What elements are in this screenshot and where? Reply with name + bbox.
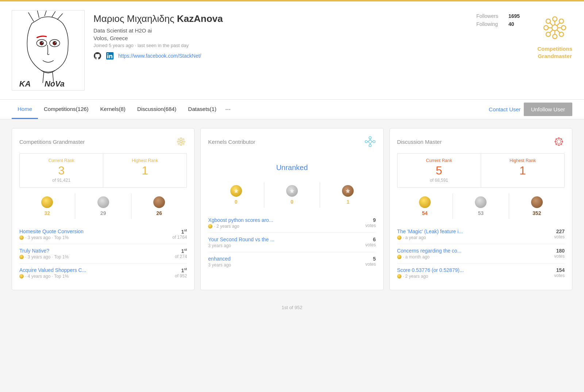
svg-point-38 bbox=[178, 139, 180, 140]
svg-point-62 bbox=[557, 140, 561, 144]
comp-medal-icon bbox=[19, 274, 24, 278]
competitions-rank-section: Current Rank 3 of 91,421 Highest Rank 1 bbox=[19, 153, 187, 188]
discussion-votes: 154 bbox=[554, 267, 565, 273]
kernel-meta: 3 years ago bbox=[208, 243, 365, 248]
bronze-medal-count: 26 bbox=[156, 210, 162, 216]
svg-line-49 bbox=[182, 142, 183, 143]
nav-tabs: Home Competitions(126) Kernels(8) Discus… bbox=[0, 100, 584, 119]
tab-competitions[interactable]: Competitions(126) bbox=[38, 100, 95, 119]
kernel-meta: 3 years ago bbox=[208, 262, 365, 268]
kernel-title[interactable]: enhanced bbox=[208, 256, 365, 262]
disc-bronze-count: 352 bbox=[533, 210, 541, 216]
kernels-card-header: Kernels Contributor bbox=[208, 136, 376, 147]
kernel-title[interactable]: Xgboost python scores aro... bbox=[208, 217, 365, 223]
svg-point-17 bbox=[553, 17, 557, 21]
discussion-card: Discussion Master Current Rank bbox=[389, 128, 572, 290]
kernels-icon bbox=[364, 136, 376, 147]
profile-subtitle: Data Scientist at H2O ai bbox=[93, 27, 468, 34]
kernels-medals: 0 0 1 bbox=[208, 182, 376, 208]
discussion-current-rank: Current Rank 5 of 68,591 bbox=[397, 154, 481, 187]
svg-line-32 bbox=[557, 30, 560, 33]
kernel-votes: 9 bbox=[365, 217, 376, 223]
profile-name: Μαριος Μιχαηλιδης KazAnova bbox=[93, 13, 468, 24]
disc-bronze-icon bbox=[531, 196, 543, 208]
svg-marker-60 bbox=[290, 189, 294, 193]
discussion-card-title: Discussion Master bbox=[397, 139, 442, 145]
svg-point-54 bbox=[373, 141, 375, 143]
kernel-votes: 5 bbox=[365, 256, 376, 262]
linkedin-icon[interactable] bbox=[106, 52, 114, 60]
competition-title[interactable]: Truly Native? bbox=[19, 248, 175, 254]
kernel-title[interactable]: Your Second Round vs the ... bbox=[208, 237, 365, 242]
profile-url[interactable]: https://www.facebook.com/StackNet/ bbox=[118, 53, 201, 59]
discussion-card-header: Discussion Master bbox=[397, 136, 565, 147]
svg-point-63 bbox=[555, 138, 562, 145]
svg-point-36 bbox=[177, 141, 179, 142]
svg-text:KA: KA bbox=[19, 79, 31, 88]
kernels-silver-block: 0 bbox=[264, 182, 320, 208]
discussion-icon bbox=[553, 136, 565, 147]
profile-info: Μαριος Μιχαηλιδης KazAnova Data Scientis… bbox=[93, 10, 468, 60]
table-row: Your Second Round vs the ... 3 years ago… bbox=[208, 233, 376, 252]
gold-medal-block: 32 bbox=[19, 193, 75, 219]
gold-medal-icon bbox=[41, 196, 53, 208]
disc-medal-icon bbox=[397, 255, 402, 259]
svg-point-8 bbox=[42, 42, 43, 43]
svg-point-53 bbox=[365, 141, 367, 143]
competition-title[interactable]: Acquire Valued Shoppers C... bbox=[19, 267, 175, 273]
comp-total: of 952 bbox=[175, 273, 187, 278]
disc-silver-count: 53 bbox=[478, 210, 484, 216]
svg-line-46 bbox=[180, 140, 181, 141]
table-row: Score 0.53776 (or 0.52879)... · 2 years … bbox=[397, 264, 565, 283]
tab-home[interactable]: Home bbox=[12, 100, 38, 119]
grandmaster-badge: CompetitionsGrandmaster bbox=[537, 10, 572, 59]
discussion-votes: 227 bbox=[554, 228, 565, 234]
kernels-silver-count: 0 bbox=[291, 199, 293, 205]
discussion-votes-label: votes bbox=[554, 273, 565, 278]
kernels-unranked: Unranked bbox=[208, 153, 376, 182]
discussion-title[interactable]: Concerns regarding the co... bbox=[397, 248, 554, 254]
svg-line-47 bbox=[182, 140, 183, 141]
discussion-votes: 180 bbox=[554, 248, 565, 254]
pagination: 1st of 952 bbox=[0, 299, 584, 316]
nav-more[interactable]: ··· bbox=[222, 100, 234, 119]
tab-kernels[interactable]: Kernels(8) bbox=[95, 100, 131, 119]
competitions-card-header: Competitions Grandmaster bbox=[19, 136, 187, 147]
svg-rect-0 bbox=[12, 11, 84, 90]
discussion-title[interactable]: Score 0.53776 (or 0.52879)... bbox=[397, 267, 554, 273]
unfollow-user-button[interactable]: Unfollow User bbox=[524, 103, 572, 116]
competitions-icon bbox=[175, 136, 187, 147]
tab-datasets[interactable]: Datasets(1) bbox=[182, 100, 222, 119]
kernels-gold-count: 0 bbox=[235, 199, 238, 205]
kernels-silver-icon bbox=[286, 185, 298, 197]
tab-discussion[interactable]: Discussion(684) bbox=[131, 100, 182, 119]
discussion-meta: · a month ago bbox=[397, 254, 554, 260]
svg-point-11 bbox=[55, 42, 56, 43]
kernels-bronze-icon bbox=[342, 185, 354, 197]
main-content: Competitions Grandmaster bbox=[0, 119, 584, 299]
kernel-votes-label: votes bbox=[365, 223, 376, 228]
table-row: The 'Magic' (Leak) feature i... · a year… bbox=[397, 225, 565, 244]
discussion-votes-label: votes bbox=[554, 234, 565, 239]
svg-point-20 bbox=[561, 26, 566, 30]
comp-medal-icon bbox=[19, 235, 24, 240]
discussion-votes-label: votes bbox=[554, 254, 565, 259]
svg-point-18 bbox=[553, 34, 557, 39]
discussion-title[interactable]: The 'Magic' (Leak) feature i... bbox=[397, 228, 554, 234]
competition-meta: · 3 years ago · Top 1% bbox=[19, 254, 175, 260]
competition-title[interactable]: Homesite Quote Conversion bbox=[19, 228, 172, 234]
contact-user-button[interactable]: Contact User bbox=[489, 106, 521, 112]
svg-line-31 bbox=[550, 30, 553, 33]
competitions-highest-rank: Highest Rank 1 bbox=[103, 154, 187, 187]
disc-bronze-block: 352 bbox=[509, 193, 565, 219]
kernels-card: Kernels Contributor Unranked bbox=[200, 128, 383, 290]
competition-meta: · 4 years ago · Top 1% bbox=[19, 274, 175, 279]
disc-gold-icon bbox=[419, 196, 431, 208]
comp-medal-icon bbox=[19, 255, 24, 259]
kernels-card-title: Kernels Contributor bbox=[208, 139, 255, 145]
disc-medal-icon bbox=[397, 274, 402, 278]
silver-medal-icon bbox=[97, 196, 109, 208]
svg-point-50 bbox=[368, 140, 372, 143]
comp-total: of 274 bbox=[175, 254, 187, 259]
github-icon[interactable] bbox=[93, 52, 101, 60]
